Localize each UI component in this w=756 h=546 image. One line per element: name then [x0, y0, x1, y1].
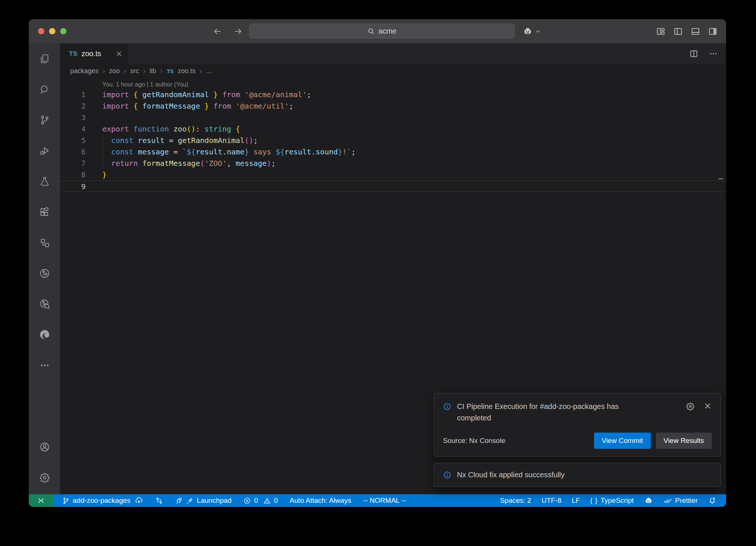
graph-search-icon[interactable]: [29, 289, 60, 319]
line-number[interactable]: 5: [60, 135, 86, 146]
forward-arrow-icon[interactable]: [233, 27, 243, 36]
breadcrumb-item[interactable]: zoo: [109, 67, 120, 75]
view-results-button[interactable]: View Results: [656, 433, 712, 449]
breadcrumb-item[interactable]: src: [130, 67, 139, 75]
double-check-icon: [663, 496, 672, 505]
breadcrumb-separator-icon: ›: [143, 67, 145, 75]
line-number[interactable]: 7: [60, 158, 86, 169]
encoding-item[interactable]: UTF-8: [542, 496, 561, 505]
eol-item[interactable]: LF: [572, 496, 580, 505]
code-line[interactable]: 3: [60, 112, 726, 123]
line-number[interactable]: 8: [60, 169, 86, 181]
launchpad-item[interactable]: Launchpad: [175, 496, 231, 505]
braces-icon: { }: [590, 497, 598, 505]
info-icon: [443, 471, 451, 479]
code-line[interactable]: 4export function zoo(): string {: [60, 123, 726, 135]
close-tab-icon[interactable]: [116, 50, 123, 57]
breadcrumb-item[interactable]: lib: [150, 67, 156, 75]
error-count: 0: [254, 496, 258, 505]
code-text: return formatMessage('ZOO', message);: [86, 158, 276, 169]
line-number[interactable]: 4: [60, 123, 86, 135]
breadcrumb-separator-icon: ›: [124, 67, 126, 75]
git-branch-item[interactable]: add-zoo-packages: [62, 496, 143, 505]
source-control-graph-item[interactable]: [155, 496, 163, 505]
language-mode-item[interactable]: { } TypeScript: [590, 496, 634, 505]
line-number[interactable]: 6: [60, 146, 86, 158]
command-center-search[interactable]: acme: [249, 24, 515, 38]
minimize-window-button[interactable]: [49, 28, 55, 34]
line-number[interactable]: 2: [60, 100, 86, 112]
view-commit-button[interactable]: View Commit: [594, 433, 651, 449]
window-controls: [38, 28, 66, 34]
typescript-file-icon: TS: [69, 50, 78, 58]
indentation-label: Spaces: 2: [500, 496, 531, 505]
code-line[interactable]: 6 const message = `${result.name} says $…: [60, 146, 726, 158]
breadcrumb-item[interactable]: packages: [70, 67, 99, 75]
breadcrumb-overflow[interactable]: ...: [206, 67, 212, 75]
notifications-bell-item[interactable]: [708, 496, 717, 505]
accounts-icon[interactable]: [29, 431, 60, 462]
extensions-icon[interactable]: [29, 197, 60, 227]
warning-icon: [263, 497, 271, 505]
toggle-primary-sidebar-icon[interactable]: [673, 27, 683, 36]
blame-annotation: You, 1 hour ago | 1 author (You): [60, 80, 726, 89]
breadcrumb-item[interactable]: zoo.ts: [178, 67, 196, 75]
search-icon[interactable]: [29, 74, 60, 105]
testing-icon[interactable]: [29, 166, 60, 197]
auto-attach-item[interactable]: Auto Attach: Always: [290, 496, 351, 505]
nx-console-icon[interactable]: [29, 227, 60, 258]
code-line[interactable]: 2import { formatMessage } from '@acme/ut…: [60, 100, 726, 112]
project-graph-icon[interactable]: [29, 258, 60, 289]
back-arrow-icon[interactable]: [213, 27, 222, 36]
copilot-status-item[interactable]: [644, 496, 653, 505]
explorer-icon[interactable]: [29, 43, 60, 74]
more-icon[interactable]: [29, 350, 60, 381]
split-editor-icon[interactable]: [689, 49, 698, 58]
breadcrumb-separator-icon: ›: [103, 67, 105, 75]
code-text: }: [86, 169, 107, 181]
remote-indicator-icon: [37, 496, 45, 505]
close-window-button[interactable]: [38, 28, 44, 34]
editor-more-actions-icon[interactable]: [709, 49, 718, 58]
settings-gear-icon[interactable]: [29, 462, 60, 493]
notification-settings-gear-icon[interactable]: [686, 402, 695, 411]
tab-zoo-ts[interactable]: TS zoo.ts: [60, 43, 128, 64]
edge-browser-icon[interactable]: [29, 319, 60, 350]
code-text: const message = `${result.name} says ${r…: [86, 146, 355, 158]
code-line[interactable]: 9: [60, 181, 726, 192]
line-number[interactable]: 3: [60, 112, 86, 123]
line-number[interactable]: 1: [60, 89, 86, 100]
code-line[interactable]: 1import { getRandomAnimal } from '@acme/…: [60, 89, 726, 100]
code-text: const result = getRandomAnimal();: [86, 135, 258, 146]
auto-attach-label: Auto Attach: Always: [290, 496, 351, 505]
line-number[interactable]: 9: [60, 181, 86, 192]
code-text: import { getRandomAnimal } from '@acme/a…: [86, 89, 311, 100]
rocket-icon: [175, 496, 183, 505]
bell-dot-icon: [708, 496, 717, 505]
toggle-panel-icon[interactable]: [691, 27, 700, 36]
customize-layout-icon[interactable]: [656, 27, 666, 36]
code-line[interactable]: 5 const result = getRandomAnimal();: [60, 135, 726, 146]
breadcrumb-separator-icon: ›: [200, 67, 202, 75]
copilot-icon: [644, 496, 653, 505]
notification-toast: CI Pipeline Execution for #add-zoo-packa…: [434, 393, 721, 457]
source-control-icon[interactable]: [29, 105, 60, 135]
chevron-down-icon: [535, 29, 540, 34]
toggle-secondary-sidebar-icon[interactable]: [708, 27, 718, 36]
code-line[interactable]: 8}: [60, 169, 726, 181]
run-and-debug-icon[interactable]: [29, 135, 60, 166]
code-text: export function zoo(): string {: [86, 123, 240, 135]
activity-bar: [29, 43, 60, 494]
notification-source: Source: Nx Console: [443, 437, 594, 445]
formatter-item[interactable]: Prettier: [663, 496, 698, 505]
code-text: [86, 181, 102, 192]
vim-mode-item[interactable]: -- NORMAL --: [363, 496, 406, 505]
problems-item[interactable]: 0 0: [243, 496, 278, 505]
remote-indicator[interactable]: [29, 494, 53, 507]
maximize-window-button[interactable]: [60, 28, 66, 34]
copilot-menu[interactable]: [523, 19, 540, 43]
notification-close-icon[interactable]: [704, 402, 712, 411]
indentation-item[interactable]: Spaces: 2: [500, 496, 531, 505]
code-lines: 1import { getRandomAnimal } from '@acme/…: [60, 89, 726, 192]
code-line[interactable]: 7 return formatMessage('ZOO', message);: [60, 158, 726, 169]
